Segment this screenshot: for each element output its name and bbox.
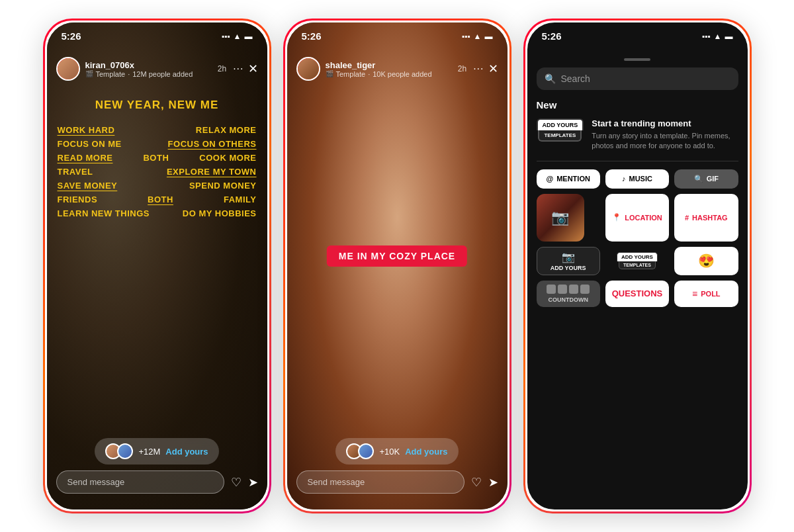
- status-icons-1: ▪▪▪ ▲ ▬: [222, 32, 253, 41]
- countdown-sticker[interactable]: COUNTDOWN: [537, 281, 600, 307]
- more-options-1[interactable]: ···: [233, 63, 243, 75]
- status-bar-1: 5:26 ▪▪▪ ▲ ▬: [47, 22, 267, 44]
- photo-thumbnail-sticker[interactable]: 📷: [537, 194, 584, 242]
- add-yours-label-1[interactable]: Add yours: [165, 447, 208, 457]
- send-icon-2[interactable]: ➤: [488, 475, 498, 490]
- location-icon: 📍: [612, 213, 621, 222]
- add-yours-pill-2[interactable]: +10K Add yours: [335, 438, 458, 465]
- questions-label: QUESTIONS: [612, 288, 663, 298]
- poll-item-read-more[interactable]: READ MORE: [58, 153, 113, 163]
- countdown-squares: [547, 285, 590, 294]
- add-yours-templates-card[interactable]: ADD YOURS TEMPLATES Start a trending mom…: [537, 118, 738, 152]
- emoji-sticker[interactable]: 😍: [674, 247, 738, 275]
- count-1: +12M: [138, 447, 160, 457]
- header-sub-2: 🎬 Template · 10K people added: [326, 70, 458, 78]
- avatar-2: [296, 57, 320, 81]
- poll-item-travel[interactable]: TRAVEL: [58, 167, 93, 177]
- wifi-icon: ▲: [234, 32, 242, 41]
- template-label-1: Template: [96, 70, 126, 78]
- avatar-stack-1: [105, 443, 133, 459]
- countdown-sq-3: [569, 285, 578, 294]
- template-icon-1: 🎬: [85, 70, 93, 77]
- more-options-2[interactable]: ···: [473, 63, 484, 75]
- music-icon: ♪: [622, 175, 626, 183]
- battery-icon-3: ▬: [725, 32, 733, 41]
- poll-item-focus-me[interactable]: FOCUS ON ME: [58, 139, 122, 149]
- poll-item-both-1[interactable]: BOTH: [143, 153, 169, 163]
- close-button-1[interactable]: ✕: [248, 62, 258, 76]
- poll-item-both-2[interactable]: BOTH: [148, 195, 173, 204]
- phone1-overlay: [47, 22, 267, 510]
- poll-item-save-money[interactable]: SAVE MONEY: [58, 181, 118, 191]
- poll-row-1: FOCUS ON ME FOCUS ON OTHERS: [58, 139, 257, 149]
- countdown-label: COUNTDOWN: [548, 296, 588, 303]
- poll-item-family[interactable]: FAMILY: [224, 195, 256, 204]
- sticker-grid-row4: COUNTDOWN QUESTIONS ≡ POLL: [537, 281, 738, 307]
- emoji-icon: 😍: [698, 253, 715, 269]
- hashtag-label: HASHTAG: [692, 214, 728, 222]
- search-input-3[interactable]: Search: [561, 73, 590, 84]
- poll-row-4: SAVE MONEY SPEND MONEY: [58, 181, 257, 191]
- poll-item-relax-more[interactable]: RELAX MORE: [196, 125, 257, 135]
- location-sticker[interactable]: 📍 LOCATION: [605, 194, 669, 242]
- time-ago-1: 2h: [218, 64, 226, 73]
- mention-sticker[interactable]: @ MENTION: [537, 169, 600, 189]
- questions-sticker[interactable]: QUESTIONS: [605, 281, 669, 307]
- camera-icon: 📷: [562, 251, 575, 263]
- poll-item-spend-money[interactable]: SPEND MONEY: [189, 181, 257, 191]
- location-label: LOCATION: [625, 214, 662, 222]
- poll-row-0: WORK HARD RELAX MORE: [58, 125, 257, 135]
- people-added-1: 12M people added: [132, 70, 193, 78]
- template-label-2: Template: [336, 70, 366, 78]
- signal-icon-2: ▪▪▪: [462, 32, 470, 41]
- story-title-1: NEW YEAR, NEW ME: [47, 99, 267, 112]
- poll-items-1: WORK HARD RELAX MORE FOCUS ON ME FOCUS O…: [58, 125, 257, 218]
- signal-icon: ▪▪▪: [222, 32, 230, 41]
- wifi-icon-2: ▲: [474, 32, 482, 41]
- like-icon-1[interactable]: ♡: [231, 475, 242, 490]
- add-yours-templates-sticker[interactable]: ADD YOURS TEMPLATES: [605, 247, 669, 275]
- add-yours-camera-sticker[interactable]: 📷 ADD YOURS: [537, 247, 600, 275]
- poll-item-hobbies[interactable]: DO MY HOBBIES: [183, 208, 257, 218]
- phone1-bottom: +12M Add yours: [47, 438, 267, 465]
- poll-sticker[interactable]: ≡ POLL: [674, 281, 738, 307]
- poll-item-focus-others[interactable]: FOCUS ON OTHERS: [168, 139, 257, 149]
- battery-icon-2: ▬: [485, 32, 493, 41]
- add-yours-cam-label: ADD YOURS: [551, 265, 586, 271]
- send-icon-1[interactable]: ➤: [248, 475, 258, 490]
- poll-label: POLL: [701, 290, 720, 298]
- send-message-input-2[interactable]: Send message: [296, 470, 464, 494]
- photo-icon: 📷: [551, 209, 569, 226]
- search-bar-3[interactable]: 🔍 Search: [537, 67, 738, 90]
- badge-bot-large: TEMPLATES: [538, 130, 582, 142]
- poll-row-5: FRIENDS BOTH FAMILY: [58, 195, 257, 204]
- sticker-grid-row2: 📷 📍 LOCATION # HASHTAG: [537, 194, 738, 242]
- music-sticker[interactable]: ♪ MUSIC: [605, 169, 669, 189]
- username-2: shalee_tiger: [326, 60, 458, 70]
- poll-item-learn[interactable]: LEARN NEW THINGS: [58, 208, 150, 218]
- status-time-1: 5:26: [62, 30, 81, 42]
- badge-sm-bot: TEMPLATES: [619, 261, 656, 269]
- send-message-input-1[interactable]: Send message: [56, 470, 224, 494]
- poll-item-work-hard[interactable]: WORK HARD: [58, 125, 115, 135]
- poll-item-explore[interactable]: EXPLORE MY TOWN: [167, 167, 257, 177]
- poll-item-friends[interactable]: FRIENDS: [58, 195, 98, 204]
- poll-item-cook-more[interactable]: COOK MORE: [199, 153, 256, 163]
- close-button-2[interactable]: ✕: [488, 62, 498, 76]
- like-icon-2[interactable]: ♡: [471, 475, 482, 490]
- status-time-2: 5:26: [302, 30, 322, 42]
- add-yours-label-2[interactable]: Add yours: [405, 447, 447, 457]
- gif-sticker[interactable]: 🔍 GIF: [674, 169, 738, 189]
- phone3-content: 🔍 Search New ADD YOURS TEMPLATES Start a…: [527, 54, 748, 510]
- send-bar-2: Send message ♡ ➤: [296, 470, 498, 494]
- search-icon-3: 🔍: [545, 73, 556, 84]
- hashtag-sticker[interactable]: # HASHTAG: [674, 194, 738, 242]
- header-info-2: shalee_tiger 🎬 Template · 10K people add…: [326, 60, 458, 78]
- status-icons-3: ▪▪▪ ▲ ▬: [702, 32, 733, 41]
- av-4: [358, 443, 374, 459]
- phone1-header: kiran_0706x 🎬 Template · 12M people adde…: [47, 57, 267, 81]
- add-yours-pill-1[interactable]: +12M Add yours: [95, 438, 218, 465]
- music-label: MUSIC: [629, 175, 652, 183]
- poll-row-6: LEARN NEW THINGS DO MY HOBBIES: [58, 208, 257, 218]
- divider-1: [537, 161, 738, 161]
